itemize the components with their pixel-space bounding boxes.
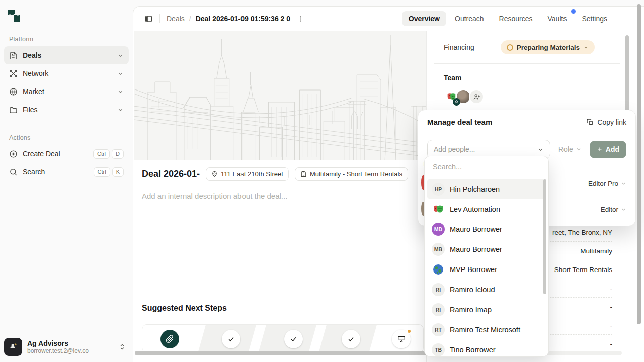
next-steps-tracker (142, 324, 424, 353)
plus-circle-icon (9, 150, 18, 158)
globe-icon (9, 87, 18, 96)
step-check-button[interactable] (342, 330, 360, 348)
detail-value: reet, The Bronx, NY (552, 229, 612, 236)
person-option[interactable]: RI Ramiro Imap (427, 300, 546, 320)
app-logo (7, 8, 23, 24)
address-badge[interactable]: 111 East 210th Street (206, 167, 289, 181)
sidebar-item-files[interactable]: Files (4, 101, 129, 119)
step-check-button[interactable] (222, 330, 240, 348)
person-option[interactable]: RI Ramiro Icloud (427, 280, 546, 300)
page-scrollbar-thumb[interactable] (637, 4, 641, 324)
sidebar-item-deals[interactable]: Deals (4, 46, 129, 64)
add-people-placeholder: Add people... (434, 145, 475, 153)
team-label: Team (434, 64, 620, 82)
status-ring-icon (507, 44, 513, 51)
role-select[interactable]: Role (558, 145, 582, 153)
kbd-k: K (112, 167, 124, 177)
initials-avatar: TB (432, 343, 445, 356)
workspace-switcher[interactable]: Ag Advisors borrower.test.2@lev.co (4, 336, 129, 358)
chevron-down-icon (621, 207, 626, 212)
financing-status-badge[interactable]: Preparing Materials (501, 40, 595, 54)
chevron-down-icon (117, 88, 124, 95)
person-option[interactable]: TB Tino Borrower (427, 340, 546, 357)
presentation-icon (397, 335, 406, 343)
tab-overview[interactable]: Overview (402, 11, 446, 26)
deal-title-row: Deal 2026-01- 111 East 210th Street Mult… (142, 167, 408, 181)
deals-icon (9, 51, 18, 60)
workspace-avatar (4, 338, 22, 356)
chevron-down-icon (621, 180, 626, 186)
person-option[interactable]: MVP Borrower (427, 259, 546, 280)
chevron-down-icon (117, 52, 124, 59)
theater-masks-avatar (432, 203, 445, 216)
person-option[interactable]: RT Ramiro Test Microsoft (427, 320, 546, 340)
initials-avatar: HP (432, 183, 445, 196)
person-option[interactable]: MD Mauro Borrower (427, 219, 546, 239)
step-check-button[interactable] (284, 330, 303, 348)
initials-avatar: RI (432, 283, 445, 296)
chevron-down-icon (576, 146, 582, 152)
tab-resources[interactable]: Resources (493, 11, 539, 26)
breadcrumb-parent[interactable]: Deals (167, 15, 185, 23)
copy-link-button[interactable]: Copy link (587, 118, 626, 126)
breadcrumb-separator: / (189, 15, 191, 23)
paperclip-icon (166, 335, 174, 343)
person-option[interactable]: MB Mauro Borrower (427, 239, 546, 259)
check-icon (290, 335, 297, 343)
tab-outreach[interactable]: Outreach (448, 11, 491, 26)
chevron-up-down-icon (119, 343, 126, 351)
workspace-email: borrower.test.2@lev.co (27, 347, 119, 354)
kbd-ctrl: Ctrl (93, 149, 110, 159)
location-pin-icon (211, 171, 218, 177)
tab-bar: Overview Outreach Resources Vaults Setti… (402, 11, 614, 26)
people-search-input[interactable] (425, 156, 548, 177)
detail-value: Multifamily (580, 247, 612, 255)
sidebar-item-label: Files (23, 106, 117, 114)
detail-value: - (610, 340, 613, 348)
tab-vaults[interactable]: Vaults (541, 11, 574, 26)
deal-cover-illustration (134, 31, 426, 160)
member-role-select[interactable]: Editor Pro (588, 179, 626, 187)
building-icon (300, 171, 307, 177)
chevron-down-icon (117, 70, 124, 77)
kebab-menu-icon[interactable] (297, 15, 304, 23)
breadcrumb-title: Deal 2026-01-09 01:59:36 2 0 (196, 15, 290, 23)
globe-avatar (432, 263, 445, 276)
create-deal-button[interactable]: Create Deal Ctrl D (4, 145, 129, 163)
sidebar-item-label: Network (23, 69, 117, 77)
popup-title: Manage deal team (427, 118, 492, 126)
people-list: HP Hin Polcharoen Lev Automation MD Maur… (425, 177, 548, 357)
user-plus-icon (473, 93, 480, 101)
sidebar-item-market[interactable]: Market (4, 82, 129, 101)
financing-label: Financing (444, 43, 474, 51)
property-type-badge[interactable]: Multifamily - Short Term Rentals (295, 167, 408, 181)
dropdown-scrollbar-thumb[interactable] (543, 179, 546, 294)
step-presentation-button[interactable] (392, 330, 411, 348)
search-label: Search (23, 168, 94, 176)
sidebar-toggle-icon[interactable] (144, 15, 153, 23)
header-divider (159, 14, 160, 23)
workspace-name: Ag Advisors (27, 339, 119, 347)
tab-settings[interactable]: Settings (575, 11, 614, 26)
sidebar-section-actions: Actions (9, 134, 30, 141)
person-option[interactable]: Lev Automation (427, 199, 546, 219)
add-team-member-button[interactable] (469, 89, 484, 104)
chevron-down-icon (537, 146, 544, 153)
deal-title[interactable]: Deal 2026-01- (142, 169, 200, 179)
team-avatar-stack (444, 89, 620, 106)
notification-dot (407, 329, 412, 334)
detail-value: - (610, 322, 613, 329)
add-button[interactable]: Add (590, 141, 626, 158)
page-header: Deals / Deal 2026-01-09 01:59:36 2 0 Ove… (133, 7, 644, 31)
sidebar-item-network[interactable]: Network (4, 64, 129, 82)
search-button[interactable]: Search Ctrl K (4, 163, 129, 181)
chevron-down-icon (583, 45, 589, 50)
member-role-select[interactable]: Editor (601, 206, 626, 213)
sidebar-item-label: Market (23, 87, 117, 96)
sidebar-section-platform: Platform (9, 36, 33, 43)
person-option[interactable]: HP Hin Polcharoen (427, 179, 546, 199)
check-icon (227, 335, 235, 343)
search-icon (9, 168, 18, 176)
step-materials-button[interactable] (160, 330, 179, 348)
deal-description-input[interactable]: Add an internal description about the de… (142, 192, 414, 200)
